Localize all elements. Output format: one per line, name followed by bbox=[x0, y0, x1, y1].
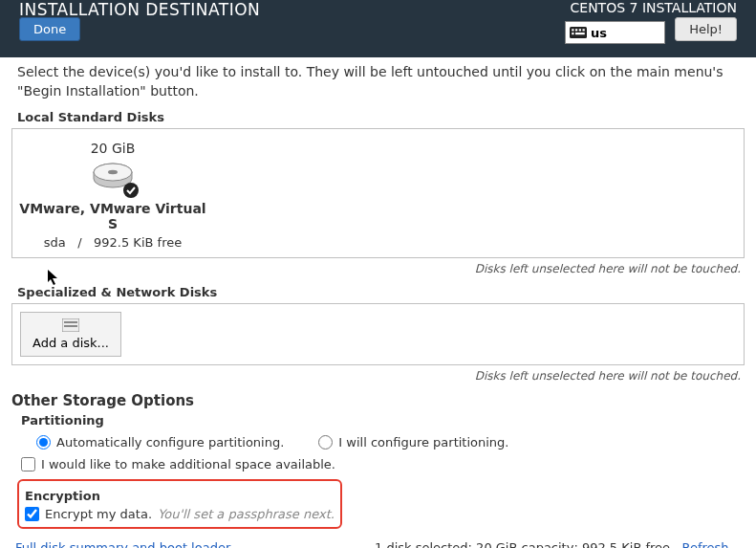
help-button[interactable]: Help! bbox=[675, 17, 737, 41]
add-disk-button[interactable]: Add a disk... bbox=[20, 312, 121, 357]
disk-subtext: sda / 992.5 KiB free bbox=[12, 235, 213, 250]
auto-partition-label[interactable]: Automatically configure partitioning. bbox=[56, 435, 284, 449]
encrypt-hint: You'll set a passphrase next. bbox=[158, 507, 335, 521]
disk-summary-link[interactable]: Full disk summary and boot loader... bbox=[15, 540, 241, 548]
check-badge-icon bbox=[122, 182, 140, 199]
disk-icon-wrap bbox=[92, 162, 134, 193]
done-button[interactable]: Done bbox=[19, 17, 80, 41]
add-disk-icon bbox=[62, 318, 79, 332]
svg-rect-1 bbox=[572, 29, 573, 31]
footer-right: 1 disk selected; 20 GiB capacity; 992.5 … bbox=[375, 540, 741, 548]
reclaim-space-label[interactable]: I would like to make additional space av… bbox=[41, 457, 335, 471]
footer-bar: Full disk summary and boot loader... 1 d… bbox=[6, 535, 750, 548]
svg-rect-13 bbox=[64, 325, 77, 327]
network-disks-label: Specialized & Network Disks bbox=[17, 285, 750, 299]
refresh-link[interactable]: Refresh... bbox=[682, 540, 742, 548]
encrypt-data-label[interactable]: Encrypt my data. bbox=[45, 507, 152, 521]
reclaim-space-checkbox[interactable] bbox=[21, 457, 35, 471]
disk-name: VMware, VMware Virtual S bbox=[12, 201, 213, 231]
partitioning-heading: Partitioning bbox=[21, 413, 750, 427]
encryption-heading: Encryption bbox=[25, 489, 335, 503]
svg-rect-6 bbox=[575, 33, 585, 34]
svg-rect-4 bbox=[583, 29, 585, 31]
other-options-heading: Other Storage Options bbox=[11, 392, 750, 409]
topbar: INSTALLATION DESTINATION CENTOS 7 INSTAL… bbox=[0, 0, 756, 57]
svg-rect-5 bbox=[572, 33, 573, 34]
local-disks-hint: Disks left unselected here will not be t… bbox=[6, 262, 741, 275]
content-area: Select the device(s) you'd like to insta… bbox=[0, 57, 756, 548]
keyboard-layout-selector[interactable]: us bbox=[565, 21, 665, 44]
instructions-text: Select the device(s) you'd like to insta… bbox=[6, 57, 750, 106]
keyboard-icon bbox=[570, 26, 587, 39]
installer-brand: CENTOS 7 INSTALLATION bbox=[571, 0, 737, 15]
svg-rect-2 bbox=[575, 29, 577, 31]
network-disks-box: Add a disk... bbox=[11, 303, 745, 365]
manual-partition-label[interactable]: I will configure partitioning. bbox=[338, 435, 508, 449]
disk-size: 20 GiB bbox=[12, 141, 213, 156]
svg-rect-3 bbox=[579, 29, 581, 31]
encrypt-data-checkbox[interactable] bbox=[25, 507, 39, 521]
svg-rect-12 bbox=[64, 321, 77, 323]
keyboard-layout-value: us bbox=[591, 26, 607, 40]
disk-status-text: 1 disk selected; 20 GiB capacity; 992.5 … bbox=[375, 540, 670, 548]
network-disks-hint: Disks left unselected here will not be t… bbox=[6, 369, 741, 383]
partitioning-radio-group: Automatically configure partitioning. I … bbox=[21, 431, 750, 453]
disk-item[interactable]: 20 GiB VMware, VMware Virtual S sda / 99… bbox=[12, 141, 213, 250]
local-disks-label: Local Standard Disks bbox=[17, 110, 750, 124]
svg-point-10 bbox=[123, 183, 139, 198]
local-disks-box: 20 GiB VMware, VMware Virtual S sda / 99… bbox=[11, 128, 745, 258]
page-title: INSTALLATION DESTINATION bbox=[19, 0, 260, 19]
add-disk-label: Add a disk... bbox=[32, 336, 109, 350]
svg-point-9 bbox=[108, 170, 118, 174]
manual-partition-radio[interactable] bbox=[318, 435, 333, 449]
auto-partition-radio[interactable] bbox=[36, 435, 51, 449]
encryption-section: Encryption Encrypt my data. You'll set a… bbox=[17, 479, 342, 529]
